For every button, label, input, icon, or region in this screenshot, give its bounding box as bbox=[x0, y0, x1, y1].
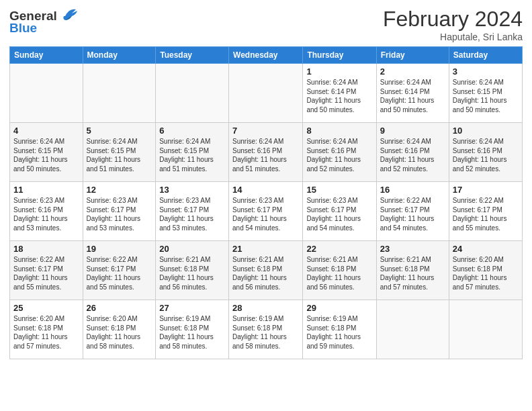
day-info: Sunrise: 6:24 AM Sunset: 6:14 PM Dayligh… bbox=[380, 78, 445, 114]
day-number: 10 bbox=[453, 126, 519, 136]
calendar-cell: 27Sunrise: 6:19 AM Sunset: 6:18 PM Dayli… bbox=[156, 300, 229, 359]
day-info: Sunrise: 6:21 AM Sunset: 6:18 PM Dayligh… bbox=[232, 255, 299, 291]
column-header-friday: Friday bbox=[376, 47, 449, 64]
calendar-cell: 6Sunrise: 6:24 AM Sunset: 6:15 PM Daylig… bbox=[156, 123, 229, 182]
day-info: Sunrise: 6:24 AM Sunset: 6:16 PM Dayligh… bbox=[306, 137, 372, 173]
column-header-monday: Monday bbox=[83, 47, 156, 64]
day-info: Sunrise: 6:22 AM Sunset: 6:17 PM Dayligh… bbox=[87, 255, 152, 291]
calendar-cell: 14Sunrise: 6:23 AM Sunset: 6:17 PM Dayli… bbox=[229, 182, 303, 241]
day-number: 9 bbox=[380, 126, 445, 136]
day-number: 1 bbox=[306, 66, 372, 77]
day-info: Sunrise: 6:24 AM Sunset: 6:15 PM Dayligh… bbox=[159, 137, 225, 173]
day-info: Sunrise: 6:22 AM Sunset: 6:17 PM Dayligh… bbox=[453, 196, 519, 232]
logo-bird-icon bbox=[60, 7, 79, 25]
day-number: 11 bbox=[13, 185, 79, 195]
logo: General Blue bbox=[9, 7, 79, 36]
column-header-thursday: Thursday bbox=[303, 47, 376, 64]
calendar-week-row: 25Sunrise: 6:20 AM Sunset: 6:18 PM Dayli… bbox=[10, 300, 523, 359]
month-title: February 2024 bbox=[383, 7, 523, 32]
day-number: 25 bbox=[13, 303, 79, 313]
day-info: Sunrise: 6:24 AM Sunset: 6:16 PM Dayligh… bbox=[453, 137, 519, 173]
day-info: Sunrise: 6:19 AM Sunset: 6:18 PM Dayligh… bbox=[306, 314, 372, 351]
day-info: Sunrise: 6:22 AM Sunset: 6:17 PM Dayligh… bbox=[13, 255, 79, 291]
calendar-cell: 5Sunrise: 6:24 AM Sunset: 6:15 PM Daylig… bbox=[83, 123, 156, 182]
calendar-cell: 28Sunrise: 6:19 AM Sunset: 6:18 PM Dayli… bbox=[229, 300, 303, 359]
calendar-week-row: 18Sunrise: 6:22 AM Sunset: 6:17 PM Dayli… bbox=[10, 241, 523, 300]
calendar-header-row: SundayMondayTuesdayWednesdayThursdayFrid… bbox=[10, 47, 523, 64]
calendar-week-row: 1Sunrise: 6:24 AM Sunset: 6:14 PM Daylig… bbox=[10, 64, 523, 123]
day-info: Sunrise: 6:21 AM Sunset: 6:18 PM Dayligh… bbox=[380, 255, 445, 291]
day-number: 8 bbox=[306, 126, 372, 136]
calendar-cell: 29Sunrise: 6:19 AM Sunset: 6:18 PM Dayli… bbox=[303, 300, 376, 359]
title-area: February 2024 Haputale, Sri Lanka bbox=[383, 7, 523, 42]
calendar-cell: 15Sunrise: 6:23 AM Sunset: 6:17 PM Dayli… bbox=[303, 182, 376, 241]
calendar-cell: 1Sunrise: 6:24 AM Sunset: 6:14 PM Daylig… bbox=[303, 64, 376, 123]
day-info: Sunrise: 6:23 AM Sunset: 6:17 PM Dayligh… bbox=[232, 196, 299, 232]
calendar-cell bbox=[376, 300, 449, 359]
calendar-cell: 19Sunrise: 6:22 AM Sunset: 6:17 PM Dayli… bbox=[83, 241, 156, 300]
day-number: 2 bbox=[380, 66, 445, 77]
calendar-week-row: 11Sunrise: 6:23 AM Sunset: 6:16 PM Dayli… bbox=[10, 182, 523, 241]
day-info: Sunrise: 6:24 AM Sunset: 6:14 PM Dayligh… bbox=[306, 78, 372, 114]
day-number: 7 bbox=[232, 126, 299, 136]
day-number: 12 bbox=[87, 185, 152, 195]
day-number: 5 bbox=[87, 126, 152, 136]
day-number: 28 bbox=[232, 303, 299, 313]
column-header-sunday: Sunday bbox=[10, 47, 83, 64]
calendar-cell: 22Sunrise: 6:21 AM Sunset: 6:18 PM Dayli… bbox=[303, 241, 376, 300]
day-info: Sunrise: 6:24 AM Sunset: 6:15 PM Dayligh… bbox=[13, 137, 79, 173]
calendar-cell: 13Sunrise: 6:23 AM Sunset: 6:17 PM Dayli… bbox=[156, 182, 229, 241]
day-info: Sunrise: 6:24 AM Sunset: 6:16 PM Dayligh… bbox=[232, 137, 299, 173]
day-info: Sunrise: 6:24 AM Sunset: 6:16 PM Dayligh… bbox=[380, 137, 445, 173]
day-info: Sunrise: 6:20 AM Sunset: 6:18 PM Dayligh… bbox=[87, 314, 152, 351]
day-number: 29 bbox=[306, 303, 372, 313]
calendar-cell: 2Sunrise: 6:24 AM Sunset: 6:14 PM Daylig… bbox=[376, 64, 449, 123]
calendar-cell: 12Sunrise: 6:23 AM Sunset: 6:17 PM Dayli… bbox=[83, 182, 156, 241]
day-info: Sunrise: 6:24 AM Sunset: 6:15 PM Dayligh… bbox=[87, 137, 152, 173]
day-number: 26 bbox=[87, 303, 152, 313]
day-info: Sunrise: 6:20 AM Sunset: 6:18 PM Dayligh… bbox=[13, 314, 79, 351]
day-number: 17 bbox=[453, 185, 519, 195]
day-number: 18 bbox=[13, 244, 79, 254]
day-number: 23 bbox=[380, 244, 445, 254]
day-number: 19 bbox=[87, 244, 152, 254]
calendar-cell: 10Sunrise: 6:24 AM Sunset: 6:16 PM Dayli… bbox=[449, 123, 522, 182]
day-info: Sunrise: 6:21 AM Sunset: 6:18 PM Dayligh… bbox=[306, 255, 372, 291]
calendar-cell: 18Sunrise: 6:22 AM Sunset: 6:17 PM Dayli… bbox=[10, 241, 83, 300]
page: General Blue February 2024 Haputale, Sri… bbox=[0, 0, 532, 411]
calendar-cell: 7Sunrise: 6:24 AM Sunset: 6:16 PM Daylig… bbox=[229, 123, 303, 182]
calendar-week-row: 4Sunrise: 6:24 AM Sunset: 6:15 PM Daylig… bbox=[10, 123, 523, 182]
calendar-table: SundayMondayTuesdayWednesdayThursdayFrid… bbox=[9, 46, 523, 359]
calendar-cell: 11Sunrise: 6:23 AM Sunset: 6:16 PM Dayli… bbox=[10, 182, 83, 241]
column-header-tuesday: Tuesday bbox=[156, 47, 229, 64]
calendar-cell: 21Sunrise: 6:21 AM Sunset: 6:18 PM Dayli… bbox=[229, 241, 303, 300]
column-header-saturday: Saturday bbox=[449, 47, 522, 64]
day-number: 14 bbox=[232, 185, 299, 195]
day-info: Sunrise: 6:23 AM Sunset: 6:16 PM Dayligh… bbox=[13, 196, 79, 232]
day-number: 6 bbox=[159, 126, 225, 136]
day-number: 20 bbox=[159, 244, 225, 254]
calendar-cell bbox=[449, 300, 522, 359]
day-info: Sunrise: 6:23 AM Sunset: 6:17 PM Dayligh… bbox=[306, 196, 372, 232]
day-number: 27 bbox=[159, 303, 225, 313]
day-info: Sunrise: 6:23 AM Sunset: 6:17 PM Dayligh… bbox=[87, 196, 152, 232]
calendar-cell: 16Sunrise: 6:22 AM Sunset: 6:17 PM Dayli… bbox=[376, 182, 449, 241]
calendar-cell: 23Sunrise: 6:21 AM Sunset: 6:18 PM Dayli… bbox=[376, 241, 449, 300]
day-number: 22 bbox=[306, 244, 372, 254]
day-info: Sunrise: 6:24 AM Sunset: 6:15 PM Dayligh… bbox=[453, 78, 519, 114]
day-info: Sunrise: 6:21 AM Sunset: 6:18 PM Dayligh… bbox=[159, 255, 225, 291]
day-info: Sunrise: 6:22 AM Sunset: 6:17 PM Dayligh… bbox=[380, 196, 445, 232]
calendar-cell bbox=[83, 64, 156, 123]
calendar-cell: 20Sunrise: 6:21 AM Sunset: 6:18 PM Dayli… bbox=[156, 241, 229, 300]
calendar-cell: 25Sunrise: 6:20 AM Sunset: 6:18 PM Dayli… bbox=[10, 300, 83, 359]
calendar-cell bbox=[229, 64, 303, 123]
location: Haputale, Sri Lanka bbox=[383, 32, 523, 42]
calendar-cell: 26Sunrise: 6:20 AM Sunset: 6:18 PM Dayli… bbox=[83, 300, 156, 359]
day-number: 13 bbox=[159, 185, 225, 195]
calendar-cell: 3Sunrise: 6:24 AM Sunset: 6:15 PM Daylig… bbox=[449, 64, 522, 123]
calendar-cell: 4Sunrise: 6:24 AM Sunset: 6:15 PM Daylig… bbox=[10, 123, 83, 182]
day-info: Sunrise: 6:19 AM Sunset: 6:18 PM Dayligh… bbox=[159, 314, 225, 351]
logo-blue-text: Blue bbox=[9, 21, 37, 36]
day-number: 16 bbox=[380, 185, 445, 195]
day-info: Sunrise: 6:20 AM Sunset: 6:18 PM Dayligh… bbox=[453, 255, 519, 291]
